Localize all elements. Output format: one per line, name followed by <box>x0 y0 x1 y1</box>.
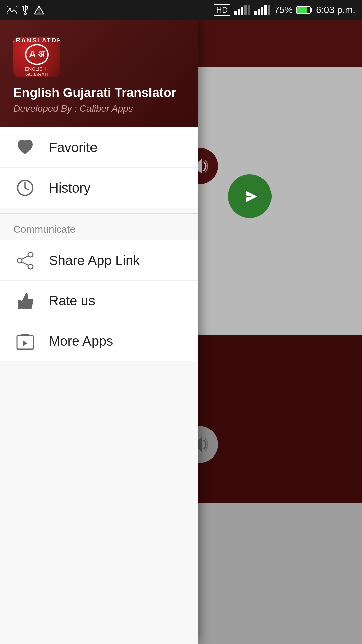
share-icon <box>16 251 35 270</box>
share-icon-container <box>13 249 37 272</box>
store-icon <box>16 332 35 351</box>
communicate-section-header: Communicate <box>0 214 198 240</box>
svg-point-3 <box>26 6 28 8</box>
svg-rect-11 <box>254 11 257 15</box>
svg-point-2 <box>22 6 24 8</box>
favorite-icon-container <box>13 136 37 159</box>
usb-icon <box>21 5 29 15</box>
history-label: History <box>49 180 90 196</box>
main-menu-section: Favorite History <box>0 127 198 208</box>
favorite-label: Favorite <box>49 140 98 155</box>
svg-rect-6 <box>234 11 237 15</box>
image-icon <box>7 5 17 15</box>
svg-rect-8 <box>241 7 243 15</box>
rate-label: Rate us <box>49 293 95 308</box>
svg-rect-18 <box>297 7 307 13</box>
logo-circle: A अ <box>25 44 49 65</box>
status-left-icons <box>7 5 44 15</box>
svg-line-26 <box>22 262 28 265</box>
svg-rect-12 <box>258 9 260 15</box>
app-logo: TRANSLATOR A अ ENGLISH - GUJARATI <box>13 37 60 77</box>
navigation-drawer: TRANSLATOR A अ ENGLISH - GUJARATI Englis… <box>0 20 198 644</box>
svg-rect-27 <box>18 300 22 309</box>
status-right-info: HD 75% 6:03 p.m. <box>214 4 355 16</box>
logo-text-top: TRANSLATOR <box>13 37 60 44</box>
battery-icon <box>296 5 313 15</box>
logo-subtitle: ENGLISH - GUJARATI <box>13 66 60 77</box>
more-apps-label: More Apps <box>49 334 113 349</box>
svg-point-5 <box>39 12 40 13</box>
svg-rect-10 <box>248 5 250 15</box>
svg-line-25 <box>22 256 28 259</box>
signal-icon <box>234 5 250 15</box>
rate-icon-container <box>13 289 37 313</box>
warning-icon <box>34 5 44 15</box>
more-apps-icon-container <box>13 329 37 353</box>
signal2-icon <box>254 5 270 15</box>
svg-rect-14 <box>264 5 267 15</box>
svg-marker-29 <box>23 340 27 346</box>
drawer-app-name: English Gujarati Translator <box>13 85 176 101</box>
svg-point-22 <box>28 252 33 257</box>
drawer-app-sub: Developed By : Caliber Apps <box>13 103 133 114</box>
status-bar: HD 75% 6:03 p.m. <box>0 0 362 20</box>
thumbsup-icon <box>16 291 35 310</box>
svg-rect-0 <box>7 6 17 14</box>
menu-item-share[interactable]: Share App Link <box>0 240 198 281</box>
play-button[interactable] <box>228 174 272 218</box>
menu-item-history[interactable]: History <box>0 168 198 208</box>
drawer-header: TRANSLATOR A अ ENGLISH - GUJARATI Englis… <box>0 20 198 127</box>
menu-item-rate[interactable]: Rate us <box>0 281 198 321</box>
svg-rect-15 <box>268 5 270 15</box>
svg-point-24 <box>17 258 22 263</box>
send-icon <box>239 185 261 207</box>
drawer-menu: Favorite History Communicate <box>0 127 198 644</box>
svg-rect-13 <box>261 7 263 15</box>
heart-icon <box>16 138 35 157</box>
hd-badge: HD <box>214 4 231 16</box>
svg-line-21 <box>25 188 29 190</box>
history-icon-container <box>13 176 37 200</box>
battery-percent: 75% <box>274 5 293 15</box>
menu-item-more-apps[interactable]: More Apps <box>0 321 198 361</box>
clock-icon <box>16 178 35 197</box>
svg-rect-7 <box>238 9 240 15</box>
svg-point-23 <box>28 264 33 269</box>
svg-rect-9 <box>244 5 247 15</box>
share-label: Share App Link <box>49 253 140 268</box>
time: 6:03 p.m. <box>316 5 355 15</box>
logo-letters: A अ <box>29 49 45 60</box>
communicate-menu-section: Share App Link Rate us <box>0 240 198 361</box>
menu-item-favorite[interactable]: Favorite <box>0 127 198 168</box>
svg-rect-17 <box>310 8 312 12</box>
